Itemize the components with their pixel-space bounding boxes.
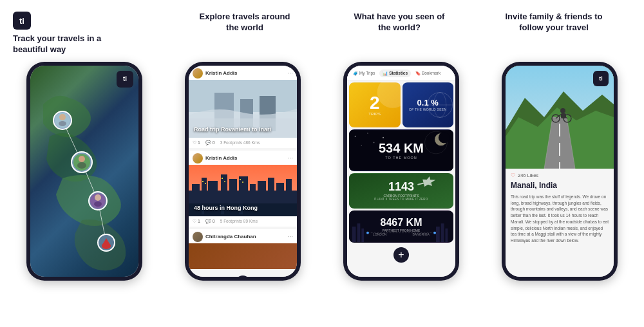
trips-label: TRIPS [368, 112, 381, 116]
phone-3-screen: 🧳 My Trips 📊 Statistics 🔖 Bookmark [347, 66, 455, 277]
km-label: TO THE MOON [385, 156, 417, 160]
svg-rect-43 [242, 182, 243, 183]
svg-rect-73 [436, 227, 440, 242]
ti-badge-phone1: ti [117, 71, 133, 88]
user-name-1: Kristin Addis [205, 70, 285, 76]
svg-point-92 [560, 108, 565, 113]
user-name-2: Kristin Addis [205, 155, 285, 161]
phones-row: ti Kristin Addis ··· [0, 62, 644, 327]
svg-rect-72 [361, 229, 364, 242]
header: ti Track your travels in a beautiful way… [0, 0, 644, 62]
feed-user-row-3: Chitrangda Chauhan ··· [189, 229, 297, 243]
svg-point-15 [94, 201, 102, 207]
svg-point-10 [59, 114, 66, 120]
stats-tabs: 🧳 My Trips 📊 Statistics 🔖 Bookmark [347, 66, 455, 80]
header-col-4: Invite family & friends to follow your t… [477, 12, 631, 33]
user-name-3: Chitrangda Chauhan [205, 234, 285, 239]
svg-rect-39 [205, 183, 206, 184]
add-trip-button[interactable]: + [393, 247, 409, 263]
svg-point-13 [79, 156, 85, 162]
stat-world-card: 0.1 % OF THE WORLD SEEN [402, 82, 454, 127]
svg-rect-75 [445, 229, 448, 242]
stat-distance-card: 8467 KM FARTHEST FROM HOME LONDON BANGRI… [349, 210, 453, 243]
blog-hero-image: ti [506, 66, 614, 169]
post-image-3 [189, 243, 297, 269]
heart-icon: ♡ [511, 173, 515, 178]
header-col-1: ti Track your travels in a beautiful way [13, 12, 167, 55]
more-options-1[interactable]: ··· [288, 70, 293, 77]
phone-2-wrapper: Kristin Addis ··· [167, 62, 318, 321]
feed-meta-1: ♡ 1 💬 0 3 Footprints 486 Kms [189, 138, 297, 148]
phone-2-screen: Kristin Addis ··· [189, 66, 297, 277]
distance-from: LONDON [373, 232, 386, 236]
svg-point-78 [433, 231, 436, 234]
blog-post-text: This road trip was the stuff of legends.… [506, 192, 614, 245]
world-pct: 0.1 % [417, 98, 439, 107]
feed-user-row-2: Kristin Addis ··· [189, 151, 297, 165]
tab-statistics[interactable]: 📊 Statistics [379, 70, 411, 77]
stats-background: 🧳 My Trips 📊 Statistics 🔖 Bookmark [347, 66, 455, 277]
feed-post-2[interactable]: Kristin Addis ··· [189, 151, 297, 227]
header-title-2: Explore travels around the world [167, 12, 322, 33]
phone-3: 🧳 My Trips 📊 Statistics 🔖 Bookmark [343, 62, 459, 281]
svg-point-9 [59, 121, 66, 126]
svg-point-57 [439, 132, 450, 143]
feed-stats-1: 3 Footprints 486 Kms [220, 140, 260, 145]
add-trip-area: + [347, 245, 455, 265]
map-svg [30, 66, 138, 277]
header-title-1: Track your travels in a beautiful way [13, 33, 167, 55]
svg-point-58 [355, 136, 356, 137]
add-post-area: + [189, 272, 297, 277]
suitcase-icon: 🧳 [353, 71, 358, 75]
distance-to: BANGRIGA [413, 232, 430, 236]
carbon-sublabel: PLANT 6 TREES TO MAKE IT ZERO [374, 198, 428, 201]
post-image-1: Road trip Rovaniemi to Inari [189, 80, 297, 138]
feed-user-row-1: Kristin Addis ··· [189, 66, 297, 80]
phone-3-wrapper: 🧳 My Trips 📊 Statistics 🔖 Bookmark [326, 62, 477, 321]
stat-carbon-card: 1143 CARBON FOOTPRINTS PLANT 6 TREES TO … [349, 173, 453, 209]
feed-meta-2: ♡ 1 💬 0 5 Footprints 89 Kms [189, 216, 297, 227]
svg-point-77 [366, 231, 369, 234]
blog-likes: ♡ 246 Likes [506, 169, 614, 180]
feed-post-1[interactable]: Kristin Addis ··· [189, 66, 297, 148]
bookmark-icon: 🔖 [415, 71, 421, 75]
user-avatar-3 [193, 232, 203, 242]
stats-grid: 2 TRIPS [347, 80, 455, 245]
phone-4-wrapper: ti ♡ 246 Likes Manali, India This road t… [484, 62, 635, 321]
svg-rect-70 [352, 227, 356, 242]
user-avatar-1 [193, 68, 203, 79]
phone-1: ti [26, 62, 142, 281]
more-options-3[interactable]: ··· [288, 233, 293, 240]
feed-background: Kristin Addis ··· [189, 66, 297, 277]
header-col-3: What have you seen of the world? [322, 12, 477, 33]
blog-background: ti ♡ 246 Likes Manali, India This road t… [506, 66, 614, 277]
tab-my-trips[interactable]: 🧳 My Trips [350, 70, 378, 77]
more-options-2[interactable]: ··· [288, 154, 293, 162]
stat-trips-card: 2 TRIPS [349, 82, 401, 127]
tab-bookmark[interactable]: 🔖 Bookmark [412, 70, 444, 77]
feed-post-3[interactable]: Chitrangda Chauhan ··· [189, 229, 297, 269]
distance-number: 8467 KM [381, 217, 422, 229]
svg-rect-71 [357, 223, 361, 242]
header-col-2: Explore travels around the world [167, 12, 322, 33]
svg-point-59 [367, 133, 368, 134]
svg-point-62 [374, 142, 375, 143]
blog-post-title: Manali, India [506, 180, 614, 192]
map-background: ti [30, 66, 138, 277]
stat-km-card: 534 KM TO THE MOON [349, 129, 453, 171]
carbon-number: 1143 [388, 180, 414, 194]
phone-4-screen: ti ♡ 246 Likes Manali, India This road t… [506, 66, 614, 277]
phone-1-screen: ti [30, 66, 138, 277]
trips-count: 2 [370, 94, 380, 112]
add-post-button[interactable]: + [235, 276, 251, 277]
header-title-3: What have you seen of the world? [322, 12, 477, 33]
chart-icon: 📊 [383, 71, 388, 75]
svg-rect-38 [202, 181, 204, 182]
post-image-2: 48 hours in Hong Kong [189, 165, 297, 216]
svg-rect-74 [441, 223, 444, 242]
km-number: 534 KM [379, 141, 424, 156]
svg-rect-42 [240, 179, 241, 180]
phone-2: Kristin Addis ··· [185, 62, 301, 281]
post-title-2: 48 hours in Hong Kong [194, 205, 258, 211]
post-title-1: Road trip Rovaniemi to Inari [194, 126, 271, 133]
